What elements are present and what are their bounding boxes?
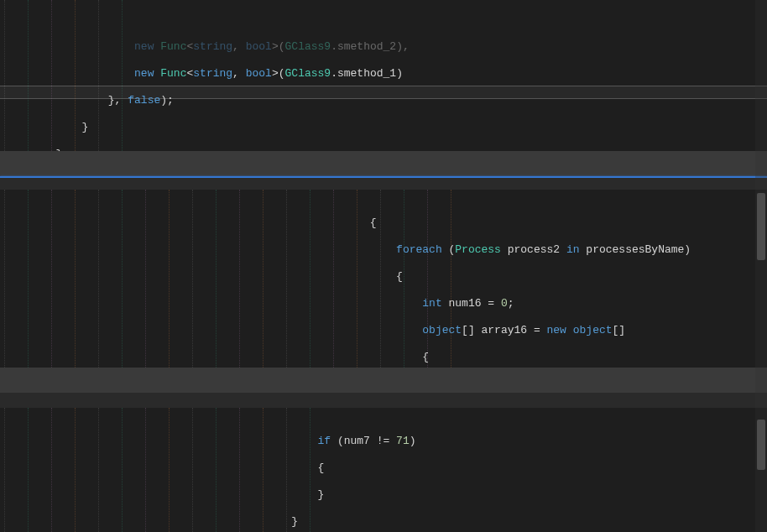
vertical-scrollbar[interactable] [755, 0, 767, 532]
section-divider [0, 151, 767, 176]
section-divider [0, 178, 767, 190]
scrollbar-thumb[interactable] [757, 193, 765, 260]
code-section-1[interactable]: new Func<string, bool>(GClass9.smethod_2… [0, 0, 767, 151]
code-section-2[interactable]: { foreach (Process process2 in processes… [0, 190, 767, 368]
code-section-3[interactable]: if (num7 != 71) { } } [0, 408, 767, 532]
scrollbar-thumb[interactable] [757, 420, 765, 470]
section-divider [0, 368, 767, 393]
section-divider [0, 393, 767, 408]
